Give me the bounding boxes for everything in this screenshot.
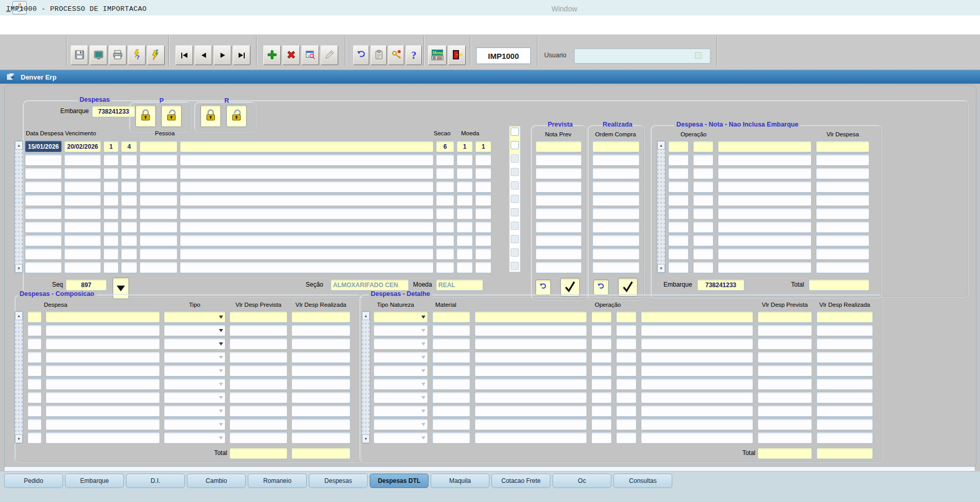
moeda2-field[interactable] xyxy=(475,221,492,233)
material-codigo-field[interactable] xyxy=(432,338,470,350)
data-despesa-field[interactable] xyxy=(25,181,62,193)
row-checkbox[interactable] xyxy=(511,141,519,149)
despesas-grid-scrollbar[interactable]: ▲ ▼ xyxy=(14,140,23,273)
pessoa-seq-field[interactable] xyxy=(121,154,137,166)
operacao-descricao-field[interactable] xyxy=(641,338,753,350)
operacao-codigo-field[interactable] xyxy=(693,221,714,233)
despesa-descricao-field[interactable] xyxy=(45,391,160,403)
undo-button[interactable] xyxy=(353,45,369,65)
operacao-codigo-field[interactable] xyxy=(616,378,637,390)
scroll-track[interactable] xyxy=(15,320,23,434)
material-descricao-field[interactable] xyxy=(475,365,587,376)
row-checkbox[interactable] xyxy=(511,222,519,230)
last-record-button[interactable] xyxy=(233,45,250,65)
operacao-tipo-field[interactable] xyxy=(668,208,689,219)
pessoa-tipo-field[interactable] xyxy=(103,167,119,179)
operacao-descricao-field[interactable] xyxy=(641,418,753,430)
pessoa-nome-field[interactable] xyxy=(180,261,434,273)
material-codigo-field[interactable] xyxy=(432,378,470,390)
pessoa-seq-field[interactable] xyxy=(121,261,137,273)
despesas-row-current[interactable]: 15/01/2026 20/02/2026 1 4 6 1 1 xyxy=(25,140,492,152)
menu-item-window[interactable]: Window xyxy=(551,5,577,13)
nota-prev-field[interactable] xyxy=(535,261,582,273)
moeda-field[interactable]: 1 xyxy=(456,140,473,152)
vlr-prevista-field[interactable] xyxy=(229,365,288,376)
operacao-tipo-field[interactable] xyxy=(591,365,612,376)
detalhe-row[interactable] xyxy=(373,432,873,444)
nota-prev-field[interactable] xyxy=(535,140,582,152)
insert-record-button[interactable] xyxy=(263,45,281,65)
tipo-select[interactable] xyxy=(164,324,226,336)
vlr-realizada-field[interactable] xyxy=(816,378,873,390)
operacao-descricao-field[interactable] xyxy=(641,378,753,390)
tab-pedido[interactable]: Pedido xyxy=(4,474,63,488)
ordem-compra-row[interactable] xyxy=(592,261,640,273)
vlr-realizada-field[interactable] xyxy=(816,311,873,323)
edit-button[interactable] xyxy=(321,45,338,65)
pessoa-nome-field[interactable] xyxy=(180,154,434,166)
nota-prev-row[interactable] xyxy=(535,234,582,246)
tipo-natureza-select[interactable] xyxy=(373,378,428,390)
pessoa-codigo-field[interactable] xyxy=(139,248,178,260)
menu-button[interactable]: Menu xyxy=(428,45,447,65)
scroll-track[interactable] xyxy=(15,150,23,264)
despesa-descricao-field[interactable] xyxy=(45,351,160,363)
data-despesa-field[interactable]: 15/01/2026 xyxy=(25,140,62,152)
operacao-codigo-field[interactable] xyxy=(693,208,714,219)
despesas-row-empty[interactable] xyxy=(25,248,492,260)
moeda-field[interactable] xyxy=(456,181,473,193)
despesa-codigo-field[interactable] xyxy=(27,405,42,417)
pessoa-codigo-field[interactable] xyxy=(139,208,178,219)
vlr-realizada-field[interactable] xyxy=(816,351,873,363)
vlr-realizada-field[interactable] xyxy=(816,324,873,336)
operacao-tipo-field[interactable] xyxy=(668,261,689,273)
vlr-despesa-field[interactable] xyxy=(816,140,870,152)
detalhe-row[interactable] xyxy=(373,324,873,336)
pessoa-nome-field[interactable] xyxy=(180,248,434,260)
ordem-compra-field[interactable] xyxy=(592,261,640,273)
pessoa-codigo-field[interactable] xyxy=(139,167,178,179)
nota-row[interactable] xyxy=(668,261,870,273)
scroll-up-icon[interactable]: ▲ xyxy=(15,141,23,150)
enter-query-button[interactable]: ? xyxy=(128,45,146,65)
operacao-descricao-field[interactable] xyxy=(718,261,812,273)
row-checkbox[interactable] xyxy=(511,208,519,216)
pessoa-codigo-field[interactable] xyxy=(139,140,178,152)
ordem-compra-row[interactable] xyxy=(592,140,640,152)
data-despesa-field[interactable] xyxy=(25,154,62,166)
operacao-codigo-field[interactable] xyxy=(693,140,714,152)
scroll-up-icon[interactable]: ▲ xyxy=(657,141,665,150)
vencimento-field[interactable] xyxy=(64,194,101,206)
pessoa-tipo-field[interactable]: 1 xyxy=(103,140,119,152)
composicao-row[interactable] xyxy=(27,378,351,390)
operacao-tipo-field[interactable] xyxy=(668,248,689,260)
pessoa-nome-field[interactable] xyxy=(180,221,434,233)
tab-romaneio[interactable]: Romaneio xyxy=(248,474,307,488)
composicao-row[interactable] xyxy=(27,311,351,323)
nota-prev-field[interactable] xyxy=(535,154,582,166)
ordem-compra-field[interactable] xyxy=(592,154,640,166)
material-codigo-field[interactable] xyxy=(432,351,470,363)
operacao-tipo-field[interactable] xyxy=(591,405,612,417)
moeda2-field[interactable] xyxy=(475,248,492,260)
nota-prev-row[interactable] xyxy=(535,221,582,233)
nota-row[interactable] xyxy=(668,167,870,179)
data-despesa-field[interactable] xyxy=(25,208,62,219)
pessoa-seq-field[interactable] xyxy=(121,221,137,233)
tipo-natureza-select[interactable] xyxy=(373,391,428,403)
operacao-codigo-field[interactable] xyxy=(616,418,637,430)
despesas-row-empty[interactable] xyxy=(25,208,492,219)
nota-row[interactable] xyxy=(668,194,870,206)
operacao-codigo-field[interactable] xyxy=(693,181,714,193)
data-despesa-field[interactable] xyxy=(25,261,62,273)
tipo-select[interactable] xyxy=(164,338,226,350)
pessoa-tipo-field[interactable] xyxy=(103,181,119,193)
operacao-codigo-field[interactable] xyxy=(616,311,637,323)
vlr-prevista-field[interactable] xyxy=(757,391,812,403)
pessoa-codigo-field[interactable] xyxy=(139,234,178,246)
composicao-row[interactable] xyxy=(27,432,351,444)
nota-row[interactable] xyxy=(668,221,870,233)
prevista-undo-button[interactable] xyxy=(535,279,551,295)
vlr-realizada-field[interactable] xyxy=(291,405,351,417)
operacao-descricao-field[interactable] xyxy=(641,351,753,363)
